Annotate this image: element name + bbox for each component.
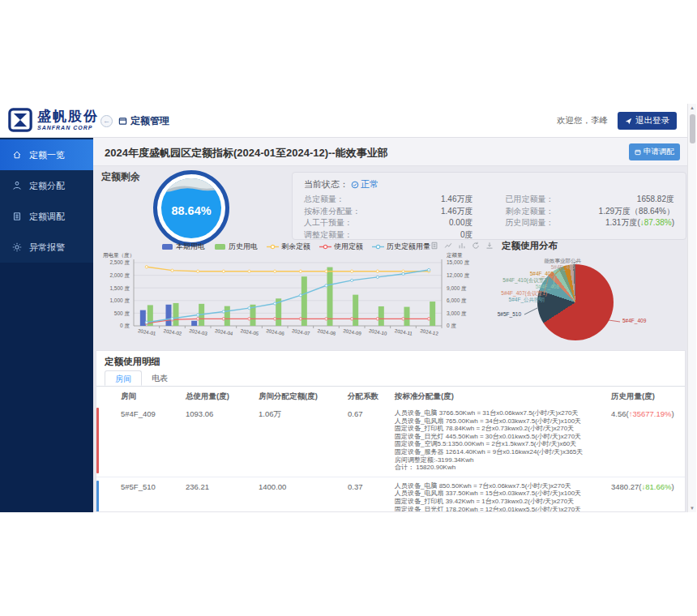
module-tab-label: 定额管理 xyxy=(130,114,169,128)
apply-adjust-label: 申请调配 xyxy=(644,147,674,157)
svg-text:2024-09: 2024-09 xyxy=(343,327,362,336)
svg-text:2024-06: 2024-06 xyxy=(266,327,285,336)
svg-text:2024-01: 2024-01 xyxy=(137,327,156,336)
status-label: 人工干预量： xyxy=(304,217,353,229)
svg-text:2024-12: 2024-12 xyxy=(420,327,439,336)
logout-button[interactable]: 退出登录 xyxy=(618,112,677,130)
standard-alloc-cell: 人员设备_电脑 850.50Kwh = 7台x0.06kwx7.5(小时/天)x… xyxy=(395,482,611,512)
sidebar-item-2[interactable]: 定额分配 xyxy=(0,170,93,201)
sidebar-item-label: 定额分配 xyxy=(29,180,65,192)
svg-text:2024-10: 2024-10 xyxy=(368,327,387,336)
standard-alloc-line: 固定设备_日光灯 178.20Kwh = 12台x0.01kwx5.5(小时/天… xyxy=(395,506,611,512)
window-icon xyxy=(118,117,127,126)
data-view-icon[interactable] xyxy=(430,242,438,250)
pie-slice-label: 能效事业部公共 xyxy=(545,258,582,265)
svg-text:2024-07: 2024-07 xyxy=(291,327,310,336)
pie-slice-label: 5#4F_407(会议室1) xyxy=(501,290,547,297)
scrollbar-thumb[interactable] xyxy=(690,114,695,143)
status-value: 1.46万度 xyxy=(441,206,473,218)
standard-alloc-line: 人员设备_电脑 3766.50Kwh = 31台x0.06kwx7.5(小时/天… xyxy=(395,409,611,417)
row-status-marker xyxy=(96,481,99,512)
standard-alloc-line: 固定设备_打印机 78.84Kwh = 2台x0.73kwx0.2(小时/天)x… xyxy=(395,425,611,433)
svg-text:6,000 度: 6,000 度 xyxy=(447,297,467,304)
status-row: 剩余定额量：1.29万度（88.64%） xyxy=(506,206,675,218)
svg-text:2,000 度: 2,000 度 xyxy=(109,272,130,279)
column-header: 按标准分配量(度) xyxy=(395,391,611,402)
svg-text:1,500 度: 1,500 度 xyxy=(109,285,130,292)
status-label: 按标准分配量： xyxy=(304,206,361,218)
company-logo-icon xyxy=(8,108,32,132)
status-row: 已用定额量：1658.82度 xyxy=(506,194,675,206)
svg-text:12,000 度: 12,000 度 xyxy=(447,272,470,279)
scroll-down-icon[interactable]: ▼ xyxy=(688,506,696,511)
standard-alloc-line: 人员设备_电风扇 765.00Kwh = 34台x0.03kwx7.5(小时/天… xyxy=(395,417,611,426)
line-toggle-icon[interactable] xyxy=(444,242,452,250)
svg-text:15,000 度: 15,000 度 xyxy=(447,259,470,266)
table-row[interactable]: 5#5F_510236.211400.000.37人员设备_电脑 850.50K… xyxy=(96,477,686,512)
history-usage-cell: 4.56(↑35677.19%) xyxy=(611,409,686,418)
welcome-text: 欢迎您，李峰 xyxy=(557,115,608,126)
svg-text:500 度: 500 度 xyxy=(114,310,130,317)
status-label: 总定额量： xyxy=(304,194,344,206)
detail-tab-1[interactable]: 房间 xyxy=(105,370,142,386)
status-head-value: 正常 xyxy=(361,178,378,190)
usage-bar-line-chart: 0 度0 度500 度3,000 度1,000 度6,000 度1,500 度9… xyxy=(98,250,487,347)
table-header-row: 房间总使用量(度)房间分配定额(度)分配系数按标准分配量(度)历史用量(度) xyxy=(96,391,686,402)
svg-text:2024-08: 2024-08 xyxy=(317,327,336,336)
sidebar-item-label: 定额一览 xyxy=(29,149,65,161)
table-row[interactable]: 5#4F_4091093.061.06万0.67人员设备_电脑 3766.50K… xyxy=(96,404,686,477)
pie-slice-label: 5#4F_公共照明 xyxy=(509,297,545,304)
standard-alloc-line: 固定设备_打印机 39.42Kwh = 1台x0.73kwx0.2(小时/天)x… xyxy=(395,498,611,506)
status-label: 调整定额量： xyxy=(304,229,353,242)
chart-toolbox xyxy=(430,242,494,250)
quota-app-window: 盛帆股份 SANFRAN CORP ← 定额管理 欢迎您，李峰 退出登录 xyxy=(0,104,688,512)
detail-tab-2[interactable]: 电表 xyxy=(142,370,177,386)
module-tab[interactable]: 定额管理 xyxy=(118,114,169,128)
status-value: 1.29万度（88.64%） xyxy=(599,206,674,218)
status-row: 人工干预量：0.00度 xyxy=(304,217,473,229)
svg-text:2,500 度: 2,500 度 xyxy=(109,259,130,266)
svg-text:9,000 度: 9,000 度 xyxy=(447,285,467,292)
status-value: 0度 xyxy=(460,229,473,242)
standard-alloc-line: 固定设备_日光灯 445.50Kwh = 30台x0.01kwx5.5(小时/天… xyxy=(395,433,611,441)
status-row: 按标准分配量：1.46万度 xyxy=(304,206,473,218)
bar-toggle-icon[interactable] xyxy=(458,242,466,250)
status-label: 历史同期量： xyxy=(506,217,554,229)
gear-icon xyxy=(12,242,22,252)
svg-text:定额量: 定额量 xyxy=(447,252,463,259)
sidebar-item-4[interactable]: 异常报警 xyxy=(0,232,93,263)
page-scrollbar[interactable]: ▲ ▼ xyxy=(687,104,696,512)
logout-label: 退出登录 xyxy=(635,115,669,126)
back-button[interactable]: ← xyxy=(100,115,113,127)
status-ok-icon xyxy=(351,181,359,189)
column-header: 分配系数 xyxy=(348,391,395,402)
paper-plane-icon xyxy=(625,118,632,125)
pie-slice-label: 5#4F_409 xyxy=(622,318,646,323)
column-header: 总使用量(度) xyxy=(186,391,259,402)
page-title: 2024年度盛帆园区定额指标(2024-01至2024-12)--能效事业部 xyxy=(105,146,388,160)
sidebar-item-3[interactable]: 定额调配 xyxy=(0,201,93,232)
svg-text:2024-03: 2024-03 xyxy=(189,327,208,336)
standard-alloc-line: 人员设备_电风扇 337.50Kwh = 15台x0.03kwx7.5(小时/天… xyxy=(395,490,611,498)
detail-section-title: 定额使用明细 xyxy=(105,356,160,368)
table-body: 5#4F_4091093.061.06万0.67人员设备_电脑 3766.50K… xyxy=(96,404,686,512)
main-content: 2024年度盛帆园区定额指标(2024-01至2024-12)--能效事业部 申… xyxy=(93,138,688,512)
user-icon xyxy=(12,181,22,190)
pie-slice-label: 5#4F_410(会议室2) xyxy=(502,277,549,284)
svg-text:0 度: 0 度 xyxy=(120,323,130,329)
restore-icon[interactable] xyxy=(472,242,480,250)
svg-text:0 度: 0 度 xyxy=(447,323,456,329)
standard-alloc-line: 人员设备_电脑 850.50Kwh = 7台x0.06kwx7.5(小时/天)x… xyxy=(395,482,611,490)
column-header: 房间分配定额(度) xyxy=(259,391,348,402)
status-label: 剩余定额量： xyxy=(506,206,554,218)
apply-adjust-button[interactable]: 申请调配 xyxy=(629,143,680,160)
svg-text:3,000 度: 3,000 度 xyxy=(447,310,467,317)
total-usage-cell: 1093.06 xyxy=(186,409,259,418)
standard-alloc-cell: 人员设备_电脑 3766.50Kwh = 31台x0.06kwx7.5(小时/天… xyxy=(395,409,611,472)
scroll-up-icon[interactable]: ▲ xyxy=(688,105,696,110)
sidebar-item-1[interactable]: 定额一览 xyxy=(0,139,93,170)
title-row: 2024年度盛帆园区定额指标(2024-01至2024-12)--能效事业部 申… xyxy=(93,138,688,166)
gauge-value: 88.64% xyxy=(161,178,221,238)
status-row: 历史同期量：1.31万度(↓87.38%) xyxy=(506,217,675,229)
brand-subtitle: SANFRAN CORP xyxy=(37,125,99,130)
